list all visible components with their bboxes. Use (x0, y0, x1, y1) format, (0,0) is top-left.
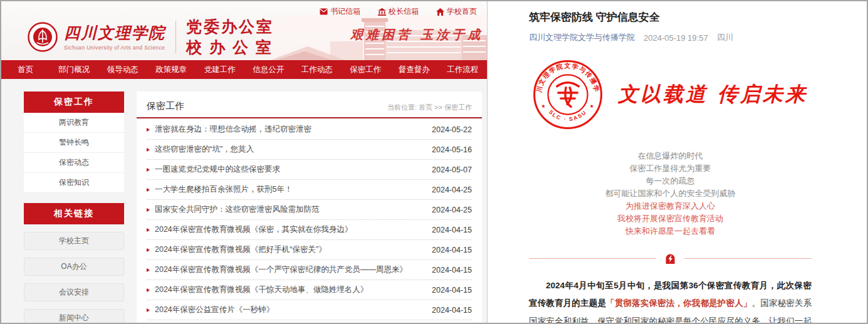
office-website-panel: 书记信箱 校长信箱 学校首页 四川 (1, 1, 488, 323)
school-homepage-link[interactable]: 学校首页 (436, 6, 477, 17)
article-row[interactable]: 这些窃密泄密的“坑”，您莫入2024-05-16 (147, 140, 472, 160)
sidebar: 保密工作 两识教育 警钟长鸣 保密动态 保密知识 相关链接 学校主页 OA办公 … (24, 91, 124, 323)
article-row[interactable]: 2024年保密宣传教育微视频《把好手机“保密关”》2024-04-15 (147, 240, 472, 260)
header-quick-links: 书记信箱 校长信箱 学校首页 (320, 6, 477, 17)
president-mailbox-link[interactable]: 校长信箱 (378, 6, 419, 17)
home-icon (436, 8, 444, 16)
article-list-section: 保密工作 当前位置: 首页 >> 保密工作 泄密就在身边：理想信念动摇，违纪窃密… (137, 91, 482, 323)
article-date: 2024-04-15 (432, 266, 472, 274)
star-icon: ★ (590, 103, 594, 109)
article-title[interactable]: 2024年保密宣传教育微视频《保密，其实就在你我身边》 (155, 224, 424, 235)
page-content: 保密工作 两识教育 警钟长鸣 保密动态 保密知识 相关链接 学校主页 OA办公 … (1, 79, 487, 323)
quick-link-oa-office[interactable]: OA办公 (24, 258, 124, 276)
article-page-title: 筑牢保密防线 守护信息安全 (529, 10, 812, 24)
top-link-label: 校长信箱 (389, 6, 419, 17)
nav-item-policies[interactable]: 政策规章 (147, 60, 196, 79)
sidebar-item-confidentiality-knowledge[interactable]: 保密知识 (24, 173, 124, 193)
article-row[interactable]: 2024年保密公益宣传片《一秒钟》2024-04-15 (147, 300, 472, 320)
sidebar-gap (24, 193, 124, 203)
envelope-icon (320, 8, 328, 15)
arrow-bullet-icon (147, 128, 150, 132)
article-title[interactable]: 这些窃密泄密的“坑”，您莫入 (155, 144, 424, 155)
site-header: 书记信箱 校长信箱 学校首页 四川 (1, 1, 487, 60)
article-row[interactable]: 一图速览党纪党规中的这些保密要求2024-05-07 (147, 160, 472, 180)
article-row[interactable]: 2024年保密宣传教育微视频《保密，其实就在你我身边》2024-04-15 (147, 220, 472, 240)
nav-item-department-overview[interactable]: 部门概况 (50, 60, 99, 79)
article-title[interactable]: 2024年保密公益宣传片《一秒钟》 (155, 305, 424, 315)
nav-item-work-news[interactable]: 工作动态 (293, 60, 342, 79)
nav-item-home[interactable]: 首页 (1, 60, 50, 79)
intro-line-red: 快来和许愿星一起去看看 (529, 225, 812, 238)
list-header: 保密工作 当前位置: 首页 >> 保密工作 (137, 91, 482, 118)
arrow-bullet-icon (147, 288, 150, 292)
university-name-zh: 四川文理学院 (64, 23, 165, 43)
university-seal-icon (28, 22, 58, 52)
college-seal-icon: 四川文理学院文学与传播学院 SLC · SASU ★ ★ (533, 60, 603, 130)
arrow-bullet-icon (147, 268, 150, 272)
intro-line: 每一次的疏忽 (529, 175, 812, 187)
main-navigation: 首页 部门概况 领导动态 政策规章 党建工作 信息公开 工作动态 保密工作 督查… (1, 60, 487, 79)
breadcrumb[interactable]: 当前位置: 首页 >> 保密工作 (387, 103, 472, 112)
sidebar-item-confidentiality-news[interactable]: 保密动态 (24, 153, 124, 173)
screenshot-frame: 书记信箱 校长信箱 学校首页 四川 (0, 0, 868, 324)
top-link-label: 书记信箱 (330, 6, 360, 17)
article-row[interactable]: 国家保密局负责人就《中华人民共和国保守国家秘密法》答记者问2024-04-11 (147, 320, 472, 323)
article-row[interactable]: 2024年保密宣传教育微视频《一个严守保密纪律的共产党员——周恩来》2024-0… (147, 260, 472, 280)
quick-link-school-home[interactable]: 学校主页 (24, 232, 124, 250)
article-row[interactable]: 泄密就在身边：理想信念动摇，违纪窃密泄密2024-05-22 (147, 120, 472, 140)
section-divider (529, 253, 812, 264)
office-title-line2: 校办公室 (186, 37, 279, 58)
byline-location: 四川 (717, 32, 733, 43)
sidebar-item-alarm-bell[interactable]: 警钟长鸣 (24, 133, 124, 153)
article-date: 2024-05-22 (432, 125, 472, 134)
intro-line-red: 我校将开展保密宣传教育活动 (529, 212, 812, 225)
nav-item-information-disclosure[interactable]: 信息公开 (244, 60, 293, 79)
article-title[interactable]: 2024年保密宣传教育微视频《一个严守保密纪律的共产党员——周恩来》 (155, 264, 424, 275)
alarm-bolt-icon (665, 253, 676, 264)
article-paragraph: 2024年4月中旬至5月中旬，是我国第36个保密宣传教育月，此次保密宣传教育月的… (529, 277, 812, 323)
quick-link-news-center[interactable]: 新闻中心 (24, 309, 124, 323)
office-title-line1: 党委办公室 (186, 16, 279, 37)
nav-item-confidentiality-work[interactable]: 保密工作 (342, 60, 390, 79)
article-title[interactable]: 一图速览党纪党规中的这些保密要求 (155, 164, 424, 175)
arrow-bullet-icon (147, 228, 150, 232)
nav-item-leadership-news[interactable]: 领导动态 (98, 60, 147, 79)
sidebar-section-confidentiality: 保密工作 (24, 91, 124, 113)
article-title[interactable]: 国家安全共同守护：这些窃密泄密风险需加防范 (155, 204, 424, 215)
divider-line (684, 258, 812, 259)
top-link-label: 学校首页 (447, 6, 477, 17)
secretary-mailbox-link[interactable]: 书记信箱 (320, 6, 360, 17)
article-date: 2024-05-16 (432, 145, 472, 154)
article-date: 2024-04-15 (432, 286, 472, 295)
office-title: 党委办公室 校办公室 (186, 16, 279, 57)
article-row[interactable]: 一大学生爬楼拍百余张照片，获刑5年！2024-04-25 (147, 180, 472, 200)
divider-line (529, 258, 656, 259)
byline-author-link[interactable]: 四川文理学院文学与传播学院 (529, 32, 635, 43)
nav-item-party-building[interactable]: 党建工作 (196, 60, 244, 79)
sidebar-item-awareness-education[interactable]: 两识教育 (24, 113, 124, 133)
nav-item-supervision[interactable]: 督查督办 (390, 60, 439, 79)
banner-calligraphy: 艰难困苦 玉汝于成 (350, 26, 483, 43)
arrow-bullet-icon (147, 308, 150, 312)
article-date: 2024-04-15 (432, 246, 472, 254)
article-date: 2024-05-07 (432, 165, 472, 174)
header-banner: 艰难困苦 玉汝于成 (270, 15, 487, 60)
article-title[interactable]: 一大学生爬楼拍百余张照片，获刑5年！ (155, 184, 424, 195)
university-logo: 四川文理学院 Sichuan University of Arts and Sc… (28, 16, 279, 57)
article-date: 2024-04-15 (432, 226, 472, 234)
star-icon: ★ (541, 103, 545, 109)
article-row[interactable]: 2024年保密宣传教育微视频《干惊天动地事、做隐姓埋名人》2024-04-15 (147, 280, 472, 300)
university-name-en: Sichuan University of Arts and Science (64, 44, 165, 51)
article-title[interactable]: 2024年保密宣传教育微视频《干惊天动地事、做隐姓埋名人》 (155, 285, 424, 295)
arrow-bullet-icon (147, 208, 150, 212)
paragraph-bold-red: 「贯彻落实保密法，你我都是护密人」 (606, 298, 751, 308)
article-row[interactable]: 国家安全共同守护：这些窃密泄密风险需加防范2024-04-25 (147, 200, 472, 220)
sidebar-menu: 两识教育 警钟长鸣 保密动态 保密知识 (24, 113, 124, 193)
quick-link-meeting-schedule[interactable]: 会议安排 (24, 283, 124, 301)
article-title[interactable]: 泄密就在身边：理想信念动摇，违纪窃密泄密 (155, 124, 424, 135)
article-date: 2024-04-25 (432, 206, 472, 214)
nav-item-work-process[interactable]: 工作流程 (439, 60, 488, 79)
arrow-bullet-icon (147, 168, 150, 172)
article-title[interactable]: 2024年保密宣传教育微视频《把好手机“保密关”》 (155, 244, 424, 255)
article-byline: 四川文理学院文学与传播学院 2024-05-19 19:57 四川 (529, 32, 812, 43)
